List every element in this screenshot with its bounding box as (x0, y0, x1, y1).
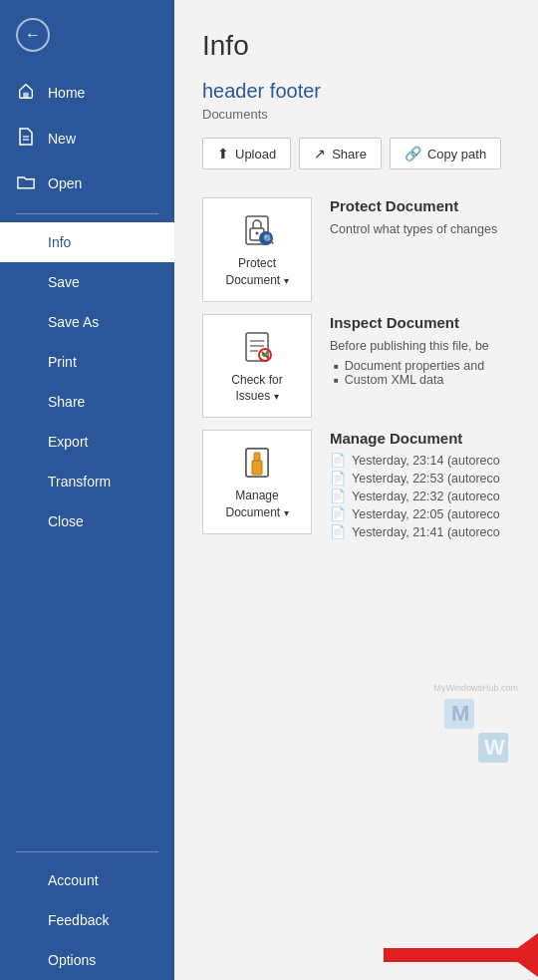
svg-rect-0 (23, 93, 28, 98)
sidebar-item-save[interactable]: Save (0, 262, 174, 302)
share-label: Share (332, 147, 367, 162)
svg-text:🔍: 🔍 (263, 233, 274, 245)
sidebar-item-share[interactable]: Share (0, 382, 174, 422)
svg-text:M: M (451, 701, 469, 726)
action-buttons: ⬆ Upload ↗ Share 🔗 Copy path (202, 138, 510, 169)
arrow-head (508, 933, 538, 977)
new-icon (16, 128, 36, 150)
copy-path-icon: 🔗 (404, 146, 421, 162)
sidebar-label-home: Home (48, 85, 85, 101)
watermark: MyWindowsHub.com M W (433, 683, 518, 771)
sidebar-label-transform: Transform (48, 474, 111, 490)
sidebar-label-account: Account (48, 872, 99, 888)
manage-label: ManageDocument ▾ (225, 488, 288, 521)
manage-card-section: ManageDocument ▾ Manage Document 📄Yester… (202, 430, 510, 539)
manage-entries: 📄Yesterday, 23:14 (autoreco📄Yesterday, 2… (330, 453, 510, 539)
upload-icon: ⬆ (217, 146, 229, 162)
word-file-icon: 📄 (330, 471, 346, 486)
sidebar-label-info: Info (48, 234, 71, 250)
share-button[interactable]: ↗ Share (299, 138, 382, 169)
upload-button[interactable]: ⬆ Upload (202, 138, 291, 169)
main-content: Info header footer Documents ⬆ Upload ↗ … (174, 0, 538, 980)
manage-document-button[interactable]: ManageDocument ▾ (202, 430, 312, 534)
sidebar-divider-bottom (16, 851, 158, 852)
sidebar-item-account[interactable]: Account (0, 860, 174, 900)
document-name: header footer (202, 80, 510, 103)
back-arrow-icon: ← (25, 26, 41, 44)
sidebar-item-options[interactable]: Options (0, 940, 174, 980)
sidebar-label-close: Close (48, 513, 84, 529)
manage-entry: 📄Yesterday, 21:41 (autoreco (330, 524, 510, 539)
sidebar-item-home[interactable]: Home (0, 70, 174, 116)
back-button[interactable]: ← (0, 0, 174, 70)
svg-point-5 (256, 232, 259, 235)
inspect-info: Inspect Document Before publishing this … (330, 314, 510, 388)
sidebar-item-close[interactable]: Close (0, 501, 174, 541)
watermark-logo: M W (440, 695, 512, 767)
options-arrow-indicator (384, 948, 538, 962)
inspect-card-section: Check forIssues ▾ Inspect Document Befor… (202, 314, 510, 419)
check-issues-button[interactable]: Check forIssues ▾ (202, 314, 312, 419)
sidebar-nav: Home New Open (0, 70, 174, 980)
protect-desc: Control what types of changes (330, 220, 510, 239)
sidebar-item-info[interactable]: Info (0, 222, 174, 262)
manage-icon (240, 445, 274, 488)
sidebar: ← Home New (0, 0, 174, 980)
sidebar-label-print: Print (48, 354, 77, 370)
copy-path-label: Copy path (427, 147, 486, 162)
inspect-desc: Before publishing this file, be (330, 337, 510, 356)
sidebar-label-save: Save (48, 274, 80, 290)
page-title: Info (202, 30, 510, 62)
sidebar-item-new[interactable]: New (0, 116, 174, 162)
protect-title: Protect Document (330, 197, 510, 214)
inspect-list-item-2: Custom XML data (334, 373, 510, 387)
sidebar-label-new: New (48, 131, 76, 147)
svg-rect-17 (254, 453, 260, 461)
share-btn-icon: ↗ (314, 146, 326, 162)
word-file-icon: 📄 (330, 506, 346, 521)
sidebar-bottom: Account Feedback Options (0, 843, 174, 980)
word-file-icon: 📄 (330, 453, 346, 468)
check-issues-label: Check forIssues ▾ (231, 372, 282, 406)
manage-entry: 📄Yesterday, 22:05 (autoreco (330, 506, 510, 521)
sidebar-label-options: Options (48, 952, 96, 968)
sidebar-item-transform[interactable]: Transform (0, 462, 174, 501)
document-path: Documents (202, 107, 510, 122)
manage-info: Manage Document 📄Yesterday, 23:14 (autor… (330, 430, 510, 539)
protect-document-button[interactable]: 🔍 ProtectDocument ▾ (202, 197, 312, 302)
manage-entry: 📄Yesterday, 22:32 (autoreco (330, 489, 510, 503)
copy-path-button[interactable]: 🔗 Copy path (390, 138, 501, 169)
inspect-list: Document properties and Custom XML data (330, 359, 510, 387)
svg-rect-8 (246, 333, 268, 361)
sidebar-label-share: Share (48, 394, 85, 410)
protect-info: Protect Document Control what types of c… (330, 197, 510, 239)
inspect-icon (240, 329, 274, 372)
inspect-list-item-1: Document properties and (334, 359, 510, 373)
manage-entry: 📄Yesterday, 22:53 (autoreco (330, 471, 510, 486)
word-file-icon: 📄 (330, 489, 346, 503)
sidebar-item-save-as[interactable]: Save As (0, 302, 174, 342)
upload-label: Upload (235, 147, 276, 162)
open-icon (16, 173, 36, 193)
home-icon (16, 82, 36, 104)
word-file-icon: 📄 (330, 524, 346, 539)
protect-card-section: 🔍 ProtectDocument ▾ Protect Document Con… (202, 197, 510, 302)
sidebar-item-feedback[interactable]: Feedback (0, 900, 174, 940)
sidebar-label-export: Export (48, 434, 88, 450)
svg-text:W: W (484, 735, 505, 760)
sidebar-label-open: Open (48, 175, 82, 191)
sidebar-label-feedback: Feedback (48, 912, 109, 928)
manage-entry: 📄Yesterday, 23:14 (autoreco (330, 453, 510, 468)
protect-label: ProtectDocument ▾ (225, 255, 288, 289)
sidebar-label-save-as: Save As (48, 314, 99, 330)
sidebar-divider-top (16, 213, 158, 214)
watermark-text: MyWindowsHub.com (433, 683, 518, 693)
sidebar-item-print[interactable]: Print (0, 342, 174, 382)
sidebar-item-open[interactable]: Open (0, 162, 174, 205)
protect-icon: 🔍 (240, 212, 274, 255)
back-circle: ← (16, 18, 50, 52)
svg-rect-16 (252, 461, 262, 475)
inspect-title: Inspect Document (330, 314, 510, 331)
sidebar-item-export[interactable]: Export (0, 422, 174, 462)
manage-title: Manage Document (330, 430, 510, 447)
